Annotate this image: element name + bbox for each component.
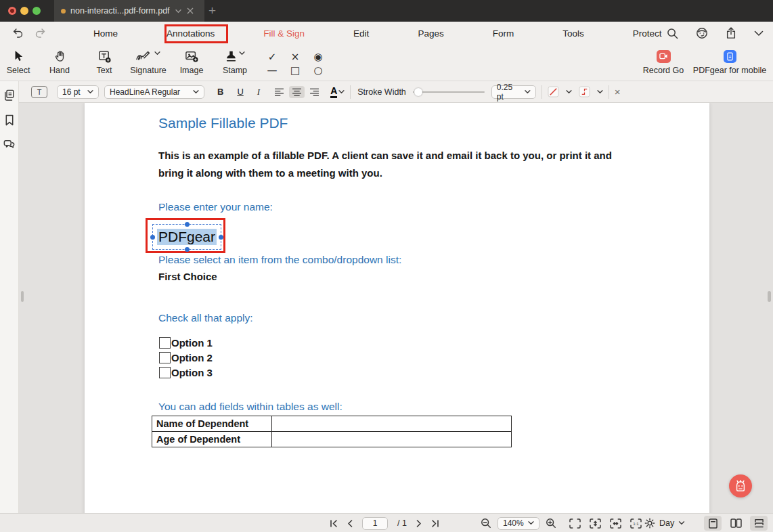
theme-selector[interactable]: Day [644,514,685,532]
page-number-input[interactable]: 1 [362,517,388,530]
text-box-style-button[interactable]: T [31,86,47,98]
menu-tools[interactable]: Tools [556,24,591,43]
menu-home[interactable]: Home [87,24,125,43]
font-family-chevron-icon [193,90,199,94]
close-window-button[interactable] [8,7,16,15]
radio-filled-symbol-button[interactable]: ◉ [313,51,322,63]
stamp-tool[interactable]: Stamp [214,49,256,75]
hand-tool[interactable]: Hand [42,49,77,75]
italic-button[interactable]: I [252,87,265,97]
tab-title: non-interacti...pdf-form.pdf [70,6,170,16]
search-icon[interactable] [667,28,678,39]
doc-title: Sample Fillable PDF [158,115,288,131]
redo-icon[interactable] [35,28,46,39]
undo-icon[interactable] [12,28,24,39]
signature-chevron-icon[interactable] [154,51,160,56]
tab-chevron-down-icon[interactable] [175,9,182,14]
align-left-button[interactable] [271,86,287,98]
bookmarks-icon[interactable] [5,114,14,126]
stroke-width-slider[interactable] [413,87,485,97]
two-page-view-button[interactable] [727,516,745,531]
minimize-window-button[interactable] [20,7,28,15]
checkbox-option-2[interactable] [159,352,171,363]
document-canvas[interactable]: Sample Fillable PDF This is an example o… [19,103,773,513]
fill-color-chevron-icon[interactable] [597,90,603,94]
last-page-icon[interactable] [431,520,439,527]
resize-handle-bottom[interactable] [185,247,190,252]
zoom-window-button[interactable] [32,7,41,15]
table-field-name[interactable] [272,416,512,432]
new-tab-button[interactable]: + [208,4,216,17]
checkbox-option-1[interactable] [159,337,171,349]
resize-handle-right[interactable] [219,235,223,240]
checkbox-option-3[interactable] [159,367,171,378]
vertical-scrollbar[interactable] [768,291,771,302]
actual-size-icon[interactable]: 1:1 [630,518,642,529]
single-page-view-button[interactable] [704,516,722,531]
zoom-out-icon[interactable] [481,518,491,529]
first-page-icon[interactable] [330,520,338,527]
square-symbol-button[interactable]: □ [290,64,300,76]
stroke-color-icon[interactable] [548,86,559,97]
resize-handle-top[interactable] [185,222,190,227]
menu-pages[interactable]: Pages [411,24,450,43]
underline-button[interactable]: U [232,87,248,97]
hand-icon [55,50,65,62]
check-symbol-button[interactable]: ✓ [268,51,277,63]
pdf-page[interactable]: Sample Fillable PDF This is an example o… [85,103,709,513]
fill-color-icon[interactable] [579,86,590,97]
zoom-level-dropdown[interactable]: 140% [498,517,539,530]
name-text-field[interactable]: PDFgear [152,224,221,250]
continuous-scroll-view-button[interactable] [750,516,768,531]
page-thumbnails-icon[interactable] [4,89,15,101]
document-tab[interactable]: non-interacti...pdf-form.pdf [54,0,204,22]
tab-close-icon[interactable] [187,7,194,14]
support-icon[interactable] [696,27,708,39]
fit-width-icon[interactable] [610,518,621,529]
font-size-dropdown[interactable]: 16 pt [57,85,99,99]
stroke-width-label: Stroke Width [357,87,406,97]
fit-page-icon[interactable] [569,518,581,529]
comments-icon[interactable] [3,139,15,150]
format-bar: T 16 pt HeadLineA Regular B U I A Stroke… [19,81,773,103]
left-scroll-indicator[interactable] [21,291,24,302]
mobile-icon [724,50,736,63]
signature-tool[interactable]: Signature [125,49,172,75]
font-color-button[interactable]: A [330,86,345,98]
combo-prompt: Please select an item from the combo/dro… [158,254,401,266]
name-field-value[interactable]: PDFgear [157,229,217,245]
text-tool[interactable]: Text [88,49,120,75]
share-icon[interactable] [726,27,736,39]
circle-symbol-button[interactable]: ○ [313,64,322,76]
resize-handle-left[interactable] [150,235,155,240]
menu-fill-sign[interactable]: Fill & Sign [257,24,311,43]
stroke-width-dropdown[interactable]: 0.25 pt [491,85,536,99]
combo-value[interactable]: First Choice [158,271,217,282]
image-tool[interactable]: Image [175,49,208,75]
close-format-bar-button[interactable]: × [615,86,621,97]
menu-form[interactable]: Form [486,24,521,43]
slider-knob[interactable] [414,88,422,96]
next-page-icon[interactable] [416,520,422,527]
fit-height-icon[interactable] [590,518,601,529]
bold-button[interactable]: B [213,87,228,97]
collapse-ribbon-chevron-icon[interactable] [754,30,764,37]
align-center-button[interactable] [289,86,305,98]
stroke-color-chevron-icon[interactable] [566,90,572,94]
pdfgear-mobile-tool[interactable]: PDFgear for mobile [692,49,768,75]
previous-page-icon[interactable] [347,520,353,527]
stroke-width-chevron-icon [525,90,531,94]
menu-protect[interactable]: Protect [626,24,669,43]
zoom-in-icon[interactable] [546,518,556,529]
robot-icon [734,480,747,492]
align-right-button[interactable] [307,86,322,98]
stamp-chevron-icon[interactable] [239,51,245,56]
font-family-dropdown[interactable]: HeadLineA Regular [104,85,204,99]
assistant-robot-button[interactable] [729,474,752,497]
table-field-age[interactable] [272,432,512,447]
cross-symbol-button[interactable]: × [291,51,300,63]
menu-edit[interactable]: Edit [347,24,376,43]
record-go-tool[interactable]: Record Go [636,49,690,75]
select-tool[interactable]: Select [3,49,34,75]
dash-symbol-button[interactable]: — [267,64,278,76]
